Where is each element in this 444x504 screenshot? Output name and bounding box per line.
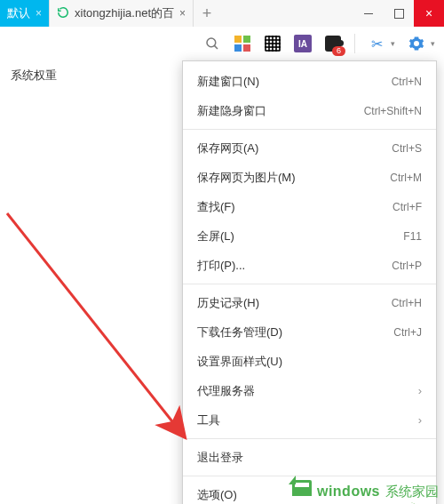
minimize-button[interactable] (353, 0, 384, 27)
maximize-button[interactable] (384, 0, 414, 27)
menu-item[interactable]: 全屏(L)F11 (183, 221, 436, 251)
menu-item[interactable]: 退出登录 (183, 443, 436, 472)
menu-item-label: 查找(F) (197, 199, 235, 215)
tab-inactive-label: xitongzhijia.net的百 (75, 5, 174, 21)
menu-item[interactable]: 设置界面样式(U) (183, 347, 436, 376)
close-icon[interactable]: × (179, 7, 186, 20)
menu-item[interactable]: 新建窗口(N)Ctrl+N (183, 67, 436, 96)
menu-item-label: 代理服务器 (197, 383, 255, 399)
menu-item-label: 下载任务管理(D) (197, 324, 282, 340)
toolbar: IA 6 ✂ ▾ ▾ (0, 27, 444, 61)
menu-item-label: 设置界面样式(U) (197, 354, 282, 370)
plus-icon: + (202, 4, 212, 23)
menu-item-shortcut: Ctrl+Shift+N (364, 105, 422, 117)
notification-badge: 6 (332, 46, 345, 56)
tab-inactive[interactable]: xitongzhijia.net的百 × (50, 0, 194, 27)
apps-icon[interactable] (234, 35, 251, 52)
window-close-button[interactable]: × (414, 0, 444, 27)
menu-item-shortcut: Ctrl+H (392, 297, 422, 309)
menu-item[interactable]: 保存网页为图片(M)Ctrl+M (183, 163, 436, 192)
menu-item[interactable]: 历史记录(H)Ctrl+H (183, 288, 436, 317)
menu-item-label: 退出登录 (197, 450, 243, 466)
menu-item-label: 全屏(L) (197, 228, 234, 244)
menu-item-shortcut: Ctrl+J (393, 326, 422, 339)
close-icon: × (425, 6, 432, 20)
watermark-suffix: 系统家园 (385, 484, 439, 500)
menu-item-label: 打印(P)... (197, 258, 245, 274)
menu-item-shortcut: Ctrl+P (392, 260, 422, 272)
menu-item[interactable]: 代理服务器› (183, 376, 436, 405)
menu-item[interactable]: 保存网页(A)Ctrl+S (183, 133, 436, 163)
svg-line-1 (214, 45, 218, 49)
close-icon[interactable]: × (36, 7, 42, 20)
menu-item-label: 历史记录(H) (197, 295, 259, 311)
ia-icon[interactable]: IA (294, 35, 312, 52)
chevron-right-icon: › (418, 413, 422, 427)
menu-item-shortcut: Ctrl+M (390, 172, 422, 184)
tab-bar: 默认 × xitongzhijia.net的百 × + × (0, 0, 444, 27)
tab-active-label: 默认 (7, 5, 30, 21)
browser-window: 默认 × xitongzhijia.net的百 × + × IA (0, 0, 444, 504)
menu-item[interactable]: 下载任务管理(D)Ctrl+J (183, 317, 436, 347)
menu-item-label: 选项(O) (197, 487, 237, 503)
gear-icon[interactable] (408, 35, 425, 52)
chevron-down-icon[interactable]: ▾ (391, 39, 395, 48)
chevron-down-icon[interactable]: ▾ (431, 39, 435, 48)
menu-item[interactable]: 查找(F)Ctrl+F (183, 192, 436, 221)
tab-active[interactable]: 默认 × (0, 0, 50, 27)
house-icon (292, 480, 312, 496)
window-controls: × (353, 0, 444, 27)
menu-item-label: 新建隐身窗口 (197, 103, 266, 119)
settings-menu: 新建窗口(N)Ctrl+N新建隐身窗口Ctrl+Shift+N保存网页(A)Ct… (182, 60, 437, 504)
search-icon[interactable] (203, 35, 221, 52)
qrcode-icon[interactable] (264, 35, 281, 52)
watermark-brand: windows (317, 484, 380, 500)
scissors-icon[interactable]: ✂ (368, 35, 385, 52)
menu-item-label: 工具 (197, 412, 220, 428)
menu-item[interactable]: 打印(P)...Ctrl+P (183, 251, 436, 280)
menu-item-label: 保存网页为图片(M) (197, 170, 296, 186)
extensions-icon[interactable]: 6 (324, 35, 342, 52)
refresh-icon (57, 6, 69, 21)
menu-item-shortcut: Ctrl+F (392, 201, 422, 213)
menu-item-shortcut: Ctrl+N (392, 76, 422, 88)
chevron-right-icon: › (418, 384, 422, 397)
toolbar-separator (354, 34, 355, 53)
menu-item-shortcut: F11 (403, 230, 422, 243)
menu-item-label: 新建窗口(N) (197, 74, 259, 90)
watermark: windows 系统家园 www.nuitu.com (292, 480, 439, 500)
svg-point-0 (207, 38, 216, 47)
menu-item-shortcut: Ctrl+S (392, 142, 422, 155)
menu-item[interactable]: 工具› (183, 405, 436, 435)
menu-item[interactable]: 新建隐身窗口Ctrl+Shift+N (183, 96, 436, 125)
new-tab-button[interactable]: + (194, 0, 220, 27)
menu-item-label: 保存网页(A) (197, 140, 258, 156)
